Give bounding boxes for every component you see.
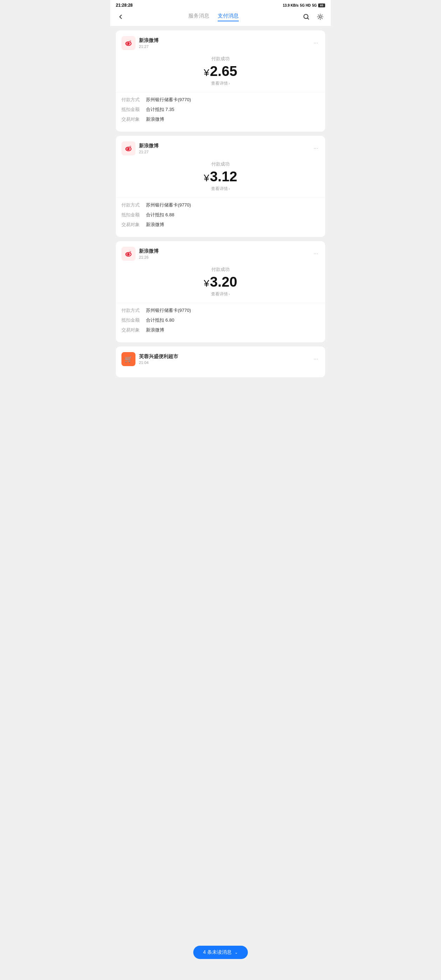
network-speed: 13.9 KB/s (283, 3, 299, 7)
time: 21:28:28 (116, 3, 133, 8)
detail-value-1: 苏州银行储蓄卡(9770) (146, 97, 191, 103)
message-card-2: 新浪微博 21:27 ··· 付款成功 ¥3.12 查看详情 › 付款方式 苏州… (116, 136, 325, 237)
card-app-info-2: 新浪微博 21:27 (139, 143, 159, 154)
detail-label-6: 交易对象 (121, 221, 146, 228)
card-app-info-3: 新浪微博 21:26 (139, 248, 159, 259)
status-bar: 21:28:28 13.9 KB/s 5G HD 5G 85 (110, 0, 331, 9)
currency-1: ¥ (204, 67, 209, 78)
nav-action-icons (301, 12, 325, 22)
app-name-1: 新浪微博 (139, 37, 159, 44)
partial-more-button[interactable]: ··· (312, 355, 320, 364)
chevron-right-icon-1: › (229, 81, 229, 85)
detail-value-2: 合计抵扣 7.35 (146, 107, 174, 113)
svg-point-1 (319, 16, 321, 18)
view-detail-3[interactable]: 查看详情 › (121, 291, 320, 297)
detail-row-payment-method-3: 付款方式 苏州银行储蓄卡(9770) (121, 307, 320, 313)
card-header-1: 新浪微博 21:27 ··· (121, 36, 320, 50)
detail-label-9: 交易对象 (121, 327, 146, 333)
payment-amount-1: ¥2.65 (121, 64, 320, 79)
divider-2 (116, 197, 325, 198)
content-area: 新浪微博 21:27 ··· 付款成功 ¥2.65 查看详情 › 付款方式 苏州… (110, 26, 331, 409)
app-time-3: 21:26 (139, 255, 159, 259)
partial-app-name: 芙蓉兴盛便利超市 (139, 353, 178, 360)
card-header-2: 新浪微博 21:27 ··· (121, 142, 320, 155)
more-button-3[interactable]: ··· (312, 249, 320, 258)
payment-status-2: 付款成功 (121, 161, 320, 167)
message-card-3: 新浪微博 21:26 ··· 付款成功 ¥3.20 查看详情 › 付款方式 苏州… (116, 241, 325, 342)
svg-point-6 (128, 43, 128, 43)
detail-row-discount-2: 抵扣金额 合计抵扣 6.88 (121, 212, 320, 218)
detail-label-8: 抵扣金额 (121, 317, 146, 323)
weibo-app-icon-1 (121, 36, 135, 50)
detail-label-1: 付款方式 (121, 97, 146, 103)
detail-row-discount-3: 抵扣金额 合计抵扣 6.80 (121, 317, 320, 323)
detail-label-3: 交易对象 (121, 116, 146, 123)
furong-app-icon: 🛒 (121, 352, 135, 366)
settings-button[interactable] (315, 12, 325, 22)
detail-row-payment-method-1: 付款方式 苏州银行储蓄卡(9770) (121, 97, 320, 103)
app-time-2: 21:27 (139, 150, 159, 154)
search-button[interactable] (301, 12, 311, 22)
detail-value-5: 合计抵扣 6.88 (146, 212, 174, 218)
battery-indicator: 85 (318, 3, 325, 7)
detail-label-4: 付款方式 (121, 202, 146, 208)
currency-3: ¥ (204, 278, 209, 289)
app-name-2: 新浪微博 (139, 143, 159, 149)
card-header-left-2: 新浪微博 21:27 (121, 142, 159, 155)
detail-label-7: 付款方式 (121, 307, 146, 313)
partial-app-time: 21:04 (139, 361, 178, 365)
network-type1: 5G HD (300, 3, 311, 7)
status-icons: 13.9 KB/s 5G HD 5G 85 (283, 3, 325, 7)
app-name-3: 新浪微博 (139, 248, 159, 255)
partial-card-header: 🛒 芙蓉兴盛便利超市 21:04 ··· (121, 352, 320, 366)
chevron-right-icon-2: › (229, 187, 229, 191)
svg-point-16 (128, 254, 128, 254)
divider-1 (116, 92, 325, 92)
svg-point-11 (128, 148, 128, 149)
more-button-2[interactable]: ··· (312, 144, 320, 153)
payment-status-3: 付款成功 (121, 266, 320, 273)
back-button[interactable] (116, 12, 126, 22)
detail-value-4: 苏州银行储蓄卡(9770) (146, 202, 191, 208)
chevron-right-icon-3: › (229, 292, 229, 296)
card-app-info-1: 新浪微博 21:27 (139, 37, 159, 49)
detail-value-3: 新浪微博 (146, 116, 164, 123)
divider-3 (116, 303, 325, 303)
view-detail-2[interactable]: 查看详情 › (121, 186, 320, 192)
payment-amount-3: ¥3.20 (121, 274, 320, 290)
message-card-1: 新浪微博 21:27 ··· 付款成功 ¥2.65 查看详情 › 付款方式 苏州… (116, 30, 325, 132)
tab-service-message[interactable]: 服务消息 (188, 13, 209, 21)
more-button-1[interactable]: ··· (312, 38, 320, 48)
partial-card-header-left: 🛒 芙蓉兴盛便利超市 21:04 (121, 352, 178, 366)
payment-status-1: 付款成功 (121, 56, 320, 62)
svg-point-15 (127, 254, 128, 255)
card-header-left-3: 新浪微博 21:26 (121, 247, 159, 261)
detail-row-discount-1: 抵扣金额 合计抵扣 7.35 (121, 107, 320, 113)
network-type2: 5G (312, 3, 317, 7)
detail-row-party-1: 交易对象 新浪微博 (121, 116, 320, 123)
payment-amount-2: ¥3.12 (121, 169, 320, 185)
nav-bar: 服务消息 支付消息 (110, 9, 331, 26)
detail-row-payment-method-2: 付款方式 苏州银行储蓄卡(9770) (121, 202, 320, 208)
view-detail-1[interactable]: 查看详情 › (121, 81, 320, 86)
detail-row-party-2: 交易对象 新浪微博 (121, 221, 320, 228)
detail-value-6: 新浪微博 (146, 221, 164, 228)
detail-value-9: 新浪微博 (146, 327, 164, 333)
partial-card: 🛒 芙蓉兴盛便利超市 21:04 ··· (116, 347, 325, 377)
card-header-3: 新浪微博 21:26 ··· (121, 247, 320, 261)
detail-value-7: 苏州银行储蓄卡(9770) (146, 307, 191, 313)
detail-value-8: 合计抵扣 6.80 (146, 317, 174, 323)
nav-tabs: 服务消息 支付消息 (129, 13, 299, 21)
app-time-1: 21:27 (139, 45, 159, 49)
weibo-app-icon-2 (121, 142, 135, 155)
tab-payment-message[interactable]: 支付消息 (218, 13, 239, 21)
detail-label-5: 抵扣金额 (121, 212, 146, 218)
svg-point-5 (127, 43, 128, 44)
partial-card-app-info: 芙蓉兴盛便利超市 21:04 (139, 353, 178, 365)
svg-point-10 (127, 148, 128, 149)
svg-text:🛒: 🛒 (124, 355, 133, 363)
card-header-left-1: 新浪微博 21:27 (121, 36, 159, 50)
detail-row-party-3: 交易对象 新浪微博 (121, 327, 320, 333)
weibo-app-icon-3 (121, 247, 135, 261)
detail-label-2: 抵扣金额 (121, 107, 146, 113)
